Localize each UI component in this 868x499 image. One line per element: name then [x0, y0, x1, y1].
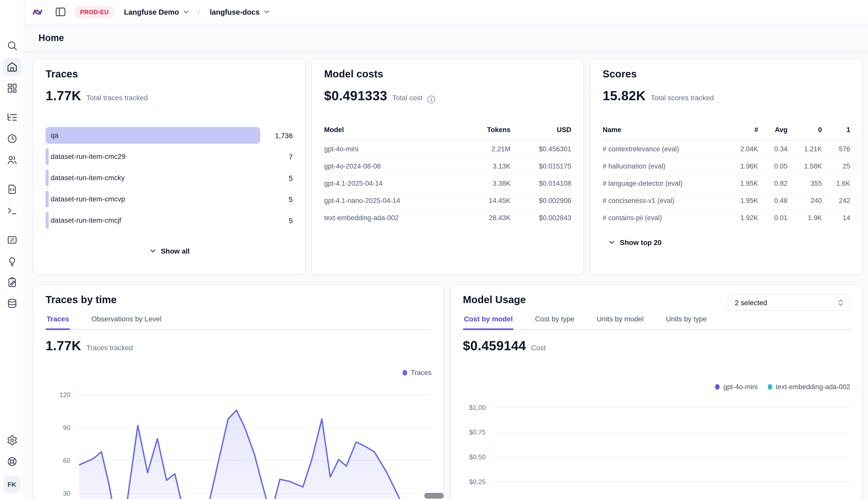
insights-icon[interactable]: [3, 252, 21, 270]
svg-text:$0.75: $0.75: [469, 428, 486, 436]
table-row[interactable]: # contains-pii (eval)1.92K0.011.9K14: [603, 209, 850, 226]
prompts-icon[interactable]: [3, 180, 21, 198]
trace-bar-list: qa 1,736 dataset-run-item-cmc29 7 datase…: [46, 127, 293, 229]
svg-text:60: 60: [63, 457, 70, 464]
model-select[interactable]: 2 selected: [728, 294, 850, 311]
table-row[interactable]: gpt-4.1-nano-2025-04-1414.45K$0.002906: [324, 192, 571, 209]
card-title: Traces: [46, 68, 293, 80]
horizontal-scrollbar-thumb[interactable]: [424, 493, 444, 499]
org-switcher[interactable]: Langfuse Demo: [124, 8, 190, 16]
usage-cost-value: $0.459144: [463, 338, 526, 354]
langfuse-logo: [32, 6, 44, 18]
usage-line-chart: $1.00$0.75$0.50$0.25: [463, 395, 851, 499]
settings-icon[interactable]: [3, 431, 21, 449]
chart-legend: gpt-4o-mini text-embedding-ada-002: [463, 383, 850, 391]
traces-card: Traces 1.77K Total traces tracked qa 1,7…: [33, 59, 305, 275]
chevrons-up-down-icon: [836, 298, 845, 306]
sessions-icon[interactable]: [3, 130, 21, 148]
table-row[interactable]: dataset-run-item-cmcky 5: [46, 170, 293, 186]
table-row[interactable]: text-embedding-ada-00228.43K$0.002843: [324, 209, 571, 226]
tab-cost-by-model[interactable]: Cost by model: [463, 312, 514, 329]
sidebar: FK: [0, 0, 24, 499]
legend-item: gpt-4o-mini: [715, 383, 758, 391]
page-title: Home: [38, 33, 64, 44]
support-icon[interactable]: [3, 452, 21, 471]
table-row[interactable]: # contextrelevance (eval)2.04K0.341.21K5…: [603, 141, 850, 158]
scores-total: 15.82K: [603, 88, 646, 104]
search-icon[interactable]: [3, 36, 21, 54]
info-icon[interactable]: i: [427, 96, 435, 103]
breadcrumb-separator: /: [198, 7, 200, 17]
table-row[interactable]: gpt-4o-2024-08-063.13K$0.015175: [324, 158, 571, 175]
traces-tracked-label: Traces tracked: [86, 344, 133, 352]
evaluators-icon[interactable]: [3, 231, 21, 249]
card-title: Traces by time: [46, 294, 431, 306]
main-area: PROD-EU Langfuse Demo / langfuse-docs Ho…: [24, 0, 868, 499]
model-usage-card: Model Usage 2 selected Cost by model Cos…: [450, 284, 863, 499]
scores-card: Scores 15.82K Total scores tracked Name …: [590, 59, 863, 275]
tab-cost-by-type[interactable]: Cost by type: [534, 312, 575, 329]
dashboards-icon[interactable]: [3, 79, 21, 97]
table-row[interactable]: # language-detector (eval)1.95K0.823551.…: [603, 175, 850, 192]
sidebar-toggle-icon[interactable]: [53, 4, 68, 20]
traces-by-time-tabs: Traces Observations by Level: [46, 312, 431, 330]
svg-text:30: 30: [63, 490, 70, 497]
model-costs-table: Model Tokens USD gpt-4o-mini2.21M$0.4563…: [324, 126, 571, 226]
dashboard-content: Traces 1.77K Total traces tracked qa 1,7…: [24, 53, 868, 499]
traces-total-label: Total traces tracked: [86, 94, 148, 102]
table-row[interactable]: qa 1,736: [46, 127, 293, 144]
annotation-icon[interactable]: [3, 273, 21, 292]
table-row[interactable]: dataset-run-item-cmcjf 5: [46, 212, 293, 229]
traces-tracked-value: 1.77K: [46, 338, 81, 354]
legend-item: Traces: [403, 369, 431, 377]
svg-text:120: 120: [60, 391, 70, 399]
page-header: Home: [24, 24, 868, 53]
total-cost-label: Total cost: [392, 94, 422, 102]
chart-legend: Traces: [46, 369, 431, 377]
tab-units-by-model[interactable]: Units by model: [596, 312, 645, 329]
legend-dot: [715, 384, 720, 390]
app-root: FK PROD-EU Langfuse Demo / langfuse-docs: [0, 0, 868, 499]
home-icon[interactable]: [3, 58, 21, 76]
show-top-20-button[interactable]: Show top 20: [603, 234, 667, 251]
scores-total-label: Total scores tracked: [651, 94, 714, 102]
user-avatar[interactable]: FK: [3, 476, 21, 493]
svg-text:$0.25: $0.25: [469, 478, 486, 486]
tracing-icon[interactable]: [3, 108, 21, 126]
chevron-down-icon: [263, 8, 270, 16]
usage-cost-label: Cost: [531, 344, 546, 352]
tab-traces[interactable]: Traces: [46, 312, 70, 329]
card-title: Scores: [603, 68, 850, 80]
traces-by-time-card: Traces by time Traces Observations by Le…: [33, 284, 444, 499]
legend-dot: [403, 370, 407, 376]
svg-text:$0.50: $0.50: [469, 453, 486, 461]
table-row[interactable]: gpt-4.1-2025-04-143.38K$0.014108: [324, 175, 571, 192]
table-row[interactable]: dataset-run-item-cmc29 7: [46, 148, 293, 165]
legend-item: text-embedding-ada-002: [768, 383, 850, 391]
project-switcher[interactable]: langfuse-docs: [210, 8, 271, 16]
playground-icon[interactable]: [3, 202, 21, 220]
tab-observations-by-level[interactable]: Observations by Level: [91, 312, 163, 329]
traces-total: 1.77K: [46, 88, 81, 104]
users-icon[interactable]: [3, 151, 21, 169]
traces-area-chart: 120906030: [46, 380, 432, 499]
environment-badge: PROD-EU: [74, 6, 115, 18]
show-all-button[interactable]: Show all: [144, 243, 195, 259]
chevron-down-icon: [182, 8, 190, 16]
model-usage-tabs: Cost by model Cost by type Units by mode…: [463, 312, 850, 330]
table-row[interactable]: dataset-run-item-cmcvp 5: [46, 191, 293, 207]
chevron-down-icon: [608, 239, 616, 246]
card-title: Model costs: [324, 68, 571, 80]
datasets-icon[interactable]: [3, 294, 21, 313]
total-cost: $0.491333: [324, 88, 387, 104]
table-row[interactable]: # hallucination (eval)1.96K0.051.58K25: [603, 158, 850, 175]
topbar: PROD-EU Langfuse Demo / langfuse-docs: [24, 0, 868, 24]
svg-text:90: 90: [63, 424, 70, 431]
table-row[interactable]: gpt-4o-mini2.21M$0.456301: [324, 141, 571, 158]
table-row[interactable]: # conciseness-v1 (eval)1.95K0.48240242: [603, 192, 850, 209]
tab-units-by-type[interactable]: Units by type: [665, 312, 708, 329]
org-name: Langfuse Demo: [124, 8, 179, 16]
model-costs-card: Model costs $0.491333 Total cost i Model…: [311, 59, 584, 275]
project-name: langfuse-docs: [210, 8, 260, 16]
chevron-down-icon: [148, 247, 157, 255]
